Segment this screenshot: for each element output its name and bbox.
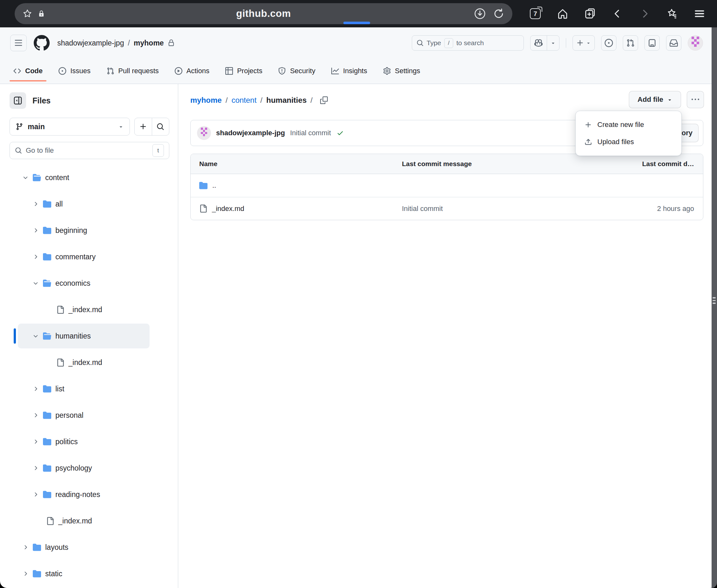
more-options-button[interactable] (687, 91, 704, 108)
home-icon[interactable] (556, 8, 569, 20)
back-icon[interactable] (611, 8, 624, 20)
chevron-down-icon[interactable] (22, 174, 29, 181)
copy-path-icon[interactable] (320, 97, 328, 104)
tab-insights[interactable]: Insights (328, 59, 371, 83)
edge-scrollbar[interactable] (712, 27, 717, 588)
chevron-right-icon[interactable] (22, 544, 29, 550)
pull-requests-header-button[interactable] (623, 35, 638, 50)
chevron-right-icon[interactable] (33, 438, 40, 445)
tree-folder-politics[interactable]: politics (9, 429, 169, 454)
commit-author-avatar[interactable] (197, 126, 211, 140)
tree-folder-layouts[interactable]: layouts (9, 535, 169, 560)
copilot-icon[interactable] (530, 36, 547, 50)
tab-label: Issues (70, 67, 91, 75)
file-icon (56, 306, 64, 314)
chevron-right-icon[interactable] (33, 491, 40, 498)
chevron-right-icon[interactable] (33, 412, 40, 418)
commit-check-icon[interactable] (337, 129, 344, 136)
global-search-input[interactable]: Type / to search (412, 35, 524, 50)
copilot-button[interactable] (530, 35, 560, 50)
new-file-sidebar-button[interactable] (134, 118, 152, 135)
tree-folder-commentary[interactable]: commentary (9, 244, 169, 269)
last-commit-message[interactable]: Initial commit (402, 205, 630, 213)
tree-folder-psychology[interactable]: psychology (9, 456, 169, 480)
chevron-down-icon[interactable] (33, 280, 40, 286)
menu-item-create-new-file[interactable]: Create new file (580, 116, 677, 133)
create-new-button[interactable] (572, 35, 595, 50)
chevron-right-icon[interactable] (33, 254, 40, 260)
branch-selector[interactable]: main (9, 118, 130, 135)
url-text[interactable]: github.com (15, 8, 512, 19)
tab-settings[interactable]: Settings (379, 59, 424, 83)
tab-pull-requests[interactable]: Pull requests (103, 59, 163, 83)
forward-icon[interactable] (639, 8, 651, 20)
global-nav-menu-button[interactable] (10, 35, 27, 51)
file-name-link[interactable]: _index.md (212, 205, 245, 213)
tree-item-label: reading-notes (55, 490, 100, 499)
tab-issues[interactable]: Issues (55, 59, 94, 83)
tree-folder-humanities[interactable]: humanities (9, 323, 169, 349)
tab-label: Pull requests (119, 67, 159, 75)
menu-item-upload-files[interactable]: Upload files (580, 133, 677, 150)
repo-link[interactable]: myhome (134, 39, 164, 47)
refresh-icon[interactable] (493, 8, 505, 20)
tree-item-label: _index.md (58, 517, 92, 525)
commit-message[interactable]: Initial commit (290, 129, 331, 137)
url-bar[interactable]: github.com (15, 3, 512, 24)
tab-code[interactable]: Code (9, 59, 46, 83)
collapse-sidebar-button[interactable] (9, 92, 26, 109)
go-to-file-input[interactable]: Go to file t (9, 142, 169, 159)
file-tree: contentallbeginningcommentaryeconomics_i… (9, 165, 169, 586)
owner-link[interactable]: shadowjexample-jpg (57, 39, 124, 47)
tree-file-indexmd[interactable]: _index.md (9, 297, 169, 322)
issues-header-button[interactable] (601, 35, 616, 50)
tree-item-label: all (55, 200, 63, 208)
github-logo[interactable] (34, 35, 50, 51)
chevron-right-icon[interactable] (33, 227, 40, 234)
tree-folder-all[interactable]: all (9, 192, 169, 216)
tree-folder-personal[interactable]: personal (9, 403, 169, 428)
tree-file-indexmd[interactable]: _index.md (9, 350, 169, 375)
slash-keycap: / (444, 38, 453, 48)
tab-actions[interactable]: Actions (171, 59, 213, 83)
tab-label: Actions (187, 67, 209, 75)
gear-icon (383, 67, 391, 75)
tree-folder-content[interactable]: content (9, 165, 169, 190)
tree-folder-list[interactable]: list (9, 376, 169, 401)
tabs-count-button[interactable]: 7 (529, 8, 541, 20)
tree-folder-beginning[interactable]: beginning (9, 218, 169, 243)
saved-items-button[interactable] (645, 35, 660, 50)
file-icon (56, 359, 64, 366)
scroll-handle-icon[interactable] (713, 297, 716, 304)
new-tab-icon[interactable] (584, 8, 596, 20)
menu-icon[interactable] (693, 8, 705, 20)
tree-folder-reading-notes[interactable]: reading-notes (9, 482, 169, 507)
page-load-progress-bar (343, 22, 370, 24)
tree-folder-static[interactable]: static (9, 561, 169, 586)
chevron-right-icon[interactable] (33, 201, 40, 207)
inbox-button[interactable] (666, 35, 681, 50)
chevron-right-icon[interactable] (22, 570, 29, 577)
issue-icon (59, 67, 66, 75)
add-file-button[interactable]: Add file (629, 91, 681, 108)
tab-security[interactable]: Security (274, 59, 319, 83)
chevron-right-icon[interactable] (33, 386, 40, 392)
chevron-down-icon[interactable] (33, 333, 40, 339)
table-row[interactable]: .. (191, 174, 703, 197)
add-file-caret-icon (667, 97, 672, 102)
chevron-right-icon[interactable] (33, 465, 40, 471)
download-icon[interactable] (473, 7, 486, 20)
bookmarks-list-icon[interactable] (666, 8, 678, 20)
user-avatar[interactable] (688, 35, 703, 50)
breadcrumb-content-link[interactable]: content (231, 96, 256, 105)
table-row[interactable]: _index.mdInitial commit2 hours ago (191, 197, 703, 220)
tab-projects[interactable]: Projects (222, 59, 266, 83)
tree-file-indexmd[interactable]: _index.md (9, 508, 169, 533)
commit-author[interactable]: shadowjexample-jpg (216, 129, 285, 137)
copilot-caret-icon[interactable] (547, 36, 559, 50)
search-files-button[interactable] (152, 118, 169, 135)
tree-folder-economics[interactable]: economics (9, 271, 169, 296)
file-name-link[interactable]: .. (212, 181, 216, 190)
column-name: Name (191, 160, 402, 168)
breadcrumb-repo-link[interactable]: myhome (190, 96, 222, 105)
